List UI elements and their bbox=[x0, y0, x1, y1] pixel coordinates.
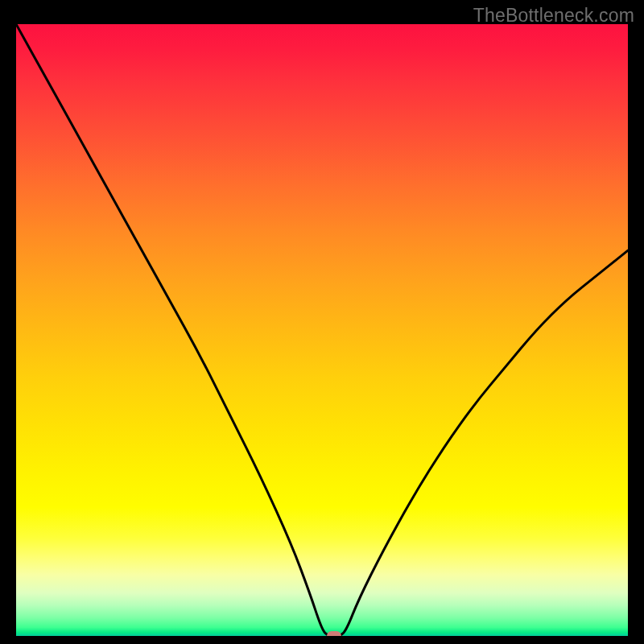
curve-svg bbox=[16, 24, 628, 636]
chart-frame: TheBottleneck.com bbox=[0, 0, 644, 644]
plot-area bbox=[16, 24, 628, 636]
min-marker bbox=[327, 631, 341, 636]
watermark-text: TheBottleneck.com bbox=[473, 5, 634, 27]
curve-line bbox=[16, 24, 628, 636]
